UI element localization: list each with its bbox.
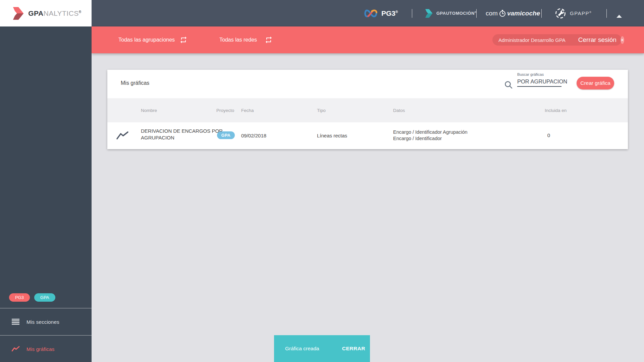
swap-networks-icon[interactable] [265, 36, 273, 44]
gpapp-label: GPAPP® [570, 10, 592, 16]
card-title: Mis gráficas [121, 80, 149, 86]
toast-close-button[interactable]: CERRAR [342, 346, 365, 352]
search-input[interactable]: Buscar gráficas POR AGRUPACION [517, 72, 561, 87]
gpautomocion-arrow-icon [423, 8, 433, 18]
search-icon[interactable] [504, 80, 513, 89]
table-row[interactable]: DERIVACION DE ENCARGOS POR AGRUPACION GP… [107, 122, 628, 149]
sidebar-item-label: Mis secciones [26, 319, 59, 325]
cell-included-in: 0 [542, 132, 555, 138]
search-input-value: POR AGRUPACION [517, 78, 561, 85]
pg3-label: PG3® [381, 9, 398, 17]
gpautomocion-label: GPAUTOMOCIÓN® [436, 11, 477, 16]
badge-gpa[interactable]: GPA [34, 293, 55, 302]
gpanalytics-logo[interactable]: GPANALYTICS® [0, 0, 92, 26]
column-header-incluida-en: Incluida en [545, 98, 567, 122]
sidebar-item-mis-secciones[interactable]: Mis secciones [0, 308, 92, 335]
badge-pg3[interactable]: PG3 [9, 293, 30, 302]
swap-groupings-icon[interactable] [179, 36, 187, 44]
project-badge: GPA [217, 131, 235, 139]
gpanalytics-arrow-icon [10, 6, 25, 21]
app-root: PG3® GPAUTOMOCIÓN® com vamicoche [0, 0, 644, 362]
cell-datos: Encargo / Identificador Agrupación Encar… [393, 129, 468, 142]
networks-filter[interactable]: Todas las redes [219, 26, 257, 53]
sidebar-item-mis-graficas[interactable]: Mis gráficas [0, 336, 92, 362]
menu-icon [12, 319, 20, 325]
create-graph-button[interactable]: Crear gráfica [577, 77, 614, 89]
user-name[interactable]: Administrador Desarrollo GPA [498, 37, 566, 43]
gpanalytics-label: GPANALYTICS® [28, 9, 81, 17]
header-divider [606, 9, 607, 18]
datos-field: Encargo / Identificador Agrupación [393, 129, 468, 135]
gpautomocion-logo[interactable]: GPAUTOMOCIÓN® [423, 0, 477, 26]
toast-message: Gráfica creada [285, 346, 319, 352]
logout-button[interactable]: Cerrar sesión [578, 36, 616, 44]
pg3-infinity-icon [363, 8, 378, 18]
header-divider [476, 9, 477, 18]
caret-up-icon[interactable] [616, 15, 622, 18]
gpapp-logo[interactable]: GPAPP® [554, 0, 592, 26]
user-session-pill: Administrador Desarrollo GPA Cerrar sesi… [492, 34, 622, 46]
sidebar-badges: PG3 GPA [9, 293, 55, 302]
sidebar: PG3 GPA Mis secciones Mis gráfica [0, 26, 92, 362]
comvamicoche-label: com vamicoche [486, 10, 540, 17]
cell-date: 09/02/2018 [241, 133, 266, 138]
column-header-proyecto: Proyecto [216, 98, 234, 122]
search-input-label: Buscar gráficas [517, 72, 561, 76]
header-divider [412, 9, 412, 18]
graphs-card: Mis gráficas Buscar gráficas POR AGRUPAC… [107, 70, 628, 149]
pg3-logo[interactable]: PG3® [363, 0, 398, 26]
search-input-underline [517, 86, 561, 87]
column-header-tipo: Tipo [317, 98, 326, 122]
chart-line-icon [12, 346, 20, 352]
sidebar-item-label: Mis gráficas [26, 346, 55, 352]
column-header-datos: Datos [393, 98, 405, 122]
groupings-filter[interactable]: Todas las agrupaciones [118, 26, 175, 53]
column-header-fecha: Fecha [241, 98, 254, 122]
chart-line-icon [116, 131, 129, 140]
header-divider [541, 9, 542, 18]
cell-name: DERIVACION DE ENCARGOS POR AGRUPACION [141, 128, 225, 141]
datos-field: Encargo / Identificador [393, 135, 468, 142]
comvamicoche-logo[interactable]: com vamicoche [486, 0, 540, 26]
filter-bar: Todas las agrupaciones Todas las redes A… [92, 26, 644, 53]
table-header: Nombre Proyecto Fecha Tipo Datos Incluid… [107, 98, 628, 122]
logout-x-icon[interactable]: ✕ [621, 36, 624, 44]
cell-type: Líneas rectas [317, 133, 347, 138]
clock-icon [499, 10, 506, 17]
column-header-nombre: Nombre [141, 98, 157, 122]
toast-snackbar: Gráfica creada CERRAR [274, 335, 370, 362]
top-header-bar: PG3® GPAUTOMOCIÓN® com vamicoche [0, 0, 644, 26]
wrench-icon [554, 7, 567, 20]
